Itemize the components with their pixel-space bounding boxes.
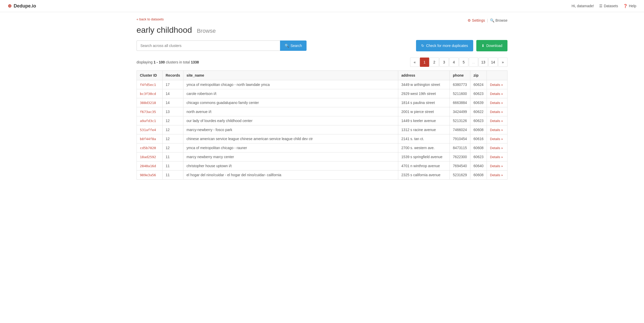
browse-link[interactable]: 🔍 Browse <box>490 18 507 22</box>
cell-site-name: marcy newberry marcy center <box>183 152 398 162</box>
cell-address: 2700 s. western ave. <box>398 143 450 152</box>
cell-details: Details » <box>487 89 507 98</box>
cell-records: 11 <box>163 162 183 171</box>
settings-icon: ⚙ <box>468 18 471 22</box>
cell-address: 2929 west 19th street <box>398 89 450 98</box>
cell-records: 11 <box>163 171 183 180</box>
cell-details: Details » <box>487 98 507 107</box>
table-row: 388d3218 14 chicago commons guadalupano … <box>137 98 507 107</box>
cell-records: 14 <box>163 89 183 98</box>
cell-zip: 60623 <box>470 116 487 125</box>
cluster-id-link[interactable]: b8f44f8a <box>140 137 156 141</box>
cluster-id-link[interactable]: bc3f30cd <box>140 92 156 96</box>
cell-details: Details » <box>487 116 507 125</box>
col-header-zip: zip <box>470 71 487 80</box>
cell-phone: 7622300 <box>450 152 470 162</box>
brand-name: Dedupe.io <box>14 3 36 9</box>
cell-address: 1449 s keeler avenue <box>398 116 450 125</box>
datasets-link[interactable]: ☰ Datasets <box>599 4 618 8</box>
cell-cluster-id: a9afd3c1 <box>137 116 163 125</box>
cell-details: Details » <box>487 80 507 89</box>
cluster-id-link[interactable]: cd5b7820 <box>140 146 156 150</box>
cell-site-name: chicago commons guadalupano family cente… <box>183 98 398 107</box>
cell-address: 2001 w pierce street <box>398 107 450 116</box>
cluster-id-link[interactable]: a9afd3c1 <box>140 119 156 123</box>
details-link[interactable]: Details » <box>490 101 503 105</box>
cell-zip: 60608 <box>470 143 487 152</box>
page-button-14[interactable]: 14 <box>488 58 498 67</box>
details-link[interactable]: Details » <box>490 128 503 132</box>
cell-records: 12 <box>163 134 183 143</box>
cell-address: 2141 s. tan ct. <box>398 134 450 143</box>
search-button[interactable]: 🔍 Search <box>280 41 307 51</box>
page-button-3[interactable]: 3 <box>439 58 449 67</box>
cell-address: 4701 n winthrop avenue <box>398 162 450 171</box>
cell-details: Details » <box>487 107 507 116</box>
nav-right: Hi, datamade! ☰ Datasets ❓ Help <box>572 4 636 8</box>
total-count: 1338 <box>191 60 199 64</box>
page-button-1[interactable]: 1 <box>420 58 429 67</box>
cell-cluster-id: 531affe4 <box>137 125 163 134</box>
page-button-2[interactable]: 2 <box>430 58 439 67</box>
pagination-prev[interactable]: « <box>410 58 419 67</box>
pagination-next[interactable]: » <box>498 58 507 67</box>
details-link[interactable]: Details » <box>490 164 503 168</box>
cluster-id-link[interactable]: 18ad2592 <box>140 155 156 159</box>
details-link[interactable]: Details » <box>490 119 503 123</box>
details-link[interactable]: Details » <box>490 92 503 96</box>
cell-address: 1312 s racine avenue <box>398 125 450 134</box>
download-icon: ⬇ <box>481 44 485 48</box>
cell-phone: 7694540 <box>450 162 470 171</box>
logo-icon: ⊕ <box>8 3 12 9</box>
cluster-id-link[interactable]: 989e3a56 <box>140 173 156 177</box>
cell-cluster-id: 989e3a56 <box>137 171 163 180</box>
col-header-phone: phone <box>450 71 470 80</box>
refresh-icon: ↻ <box>421 44 424 48</box>
table-row: 18ad2592 11 marcy newberry marcy center … <box>137 152 507 162</box>
cell-cluster-id: cd5b7820 <box>137 143 163 152</box>
pipe-divider: | <box>487 18 488 22</box>
table-row: f4fd5ec1 17 ymca of metropolitan chicago… <box>137 80 507 89</box>
details-link[interactable]: Details » <box>490 137 503 141</box>
table-row: cd5b7820 12 ymca of metropolitan chicago… <box>137 143 507 152</box>
details-link[interactable]: Details » <box>490 110 503 114</box>
cell-cluster-id: bc3f30cd <box>137 89 163 98</box>
top-nav: ⊕ Dedupe.io Hi, datamade! ☰ Datasets ❓ H… <box>0 0 644 12</box>
page-button-13[interactable]: 13 <box>479 58 488 67</box>
col-header-site-name: site_name <box>183 71 398 80</box>
cell-phone: 5231629 <box>450 171 470 180</box>
cluster-id-link[interactable]: f4fd5ec1 <box>140 83 156 87</box>
details-link[interactable]: Details » <box>490 146 503 150</box>
page-button-ellipsis: ... <box>469 58 478 67</box>
details-link[interactable]: Details » <box>490 173 503 177</box>
user-menu[interactable]: Hi, datamade! <box>572 4 594 8</box>
cell-phone: 7910454 <box>450 134 470 143</box>
cell-zip: 60608 <box>470 125 487 134</box>
details-link[interactable]: Details » <box>490 155 503 159</box>
download-button[interactable]: ⬇ Download <box>476 40 507 51</box>
page-button-5[interactable]: 5 <box>459 58 468 67</box>
page-button-4[interactable]: 4 <box>449 58 459 67</box>
cell-records: 13 <box>163 107 183 116</box>
cluster-id-link[interactable]: 388d3218 <box>140 101 156 105</box>
cell-details: Details » <box>487 134 507 143</box>
settings-link[interactable]: ⚙ Settings <box>468 18 485 22</box>
browse-icon: 🔍 <box>490 18 494 22</box>
cell-site-name: marcy-newberry - fosco park <box>183 125 398 134</box>
main-content: « back to datasets ⚙ Settings | 🔍 Browse… <box>129 12 515 185</box>
cell-address: 1814 s paulina street <box>398 98 450 107</box>
cluster-id-link[interactable]: f673ac35 <box>140 110 156 114</box>
details-link[interactable]: Details » <box>490 83 503 87</box>
table-row: a9afd3c1 12 our lady of lourdes early ch… <box>137 116 507 125</box>
cell-site-name: carole robertson i/t <box>183 89 398 98</box>
back-to-datasets-link[interactable]: « back to datasets <box>137 17 164 21</box>
cell-zip: 60608 <box>470 171 487 180</box>
help-link[interactable]: ❓ Help <box>623 4 636 8</box>
cluster-id-link[interactable]: 531affe4 <box>140 128 156 132</box>
page-title: early childhood Browse <box>137 25 507 35</box>
check-duplicates-button[interactable]: ↻ Check for more duplicates <box>416 40 473 51</box>
cluster-id-link[interactable]: 2840a16d <box>140 164 156 168</box>
cell-zip: 60623 <box>470 152 487 162</box>
search-input[interactable] <box>137 41 280 51</box>
search-area: 🔍 Search <box>137 41 307 51</box>
